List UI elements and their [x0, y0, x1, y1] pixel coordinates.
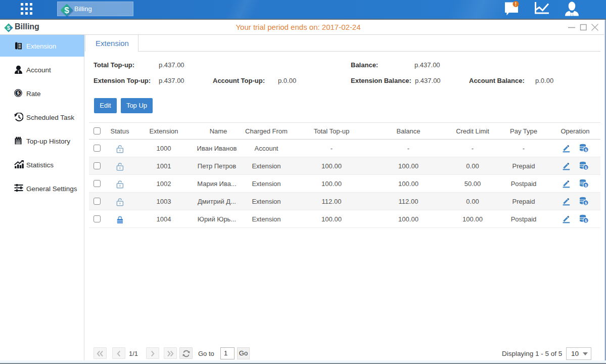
svg-text:$: $ — [17, 90, 20, 96]
svg-text:$: $ — [64, 6, 69, 15]
svg-text:$: $ — [7, 25, 11, 31]
svg-text:!: ! — [515, 2, 517, 7]
